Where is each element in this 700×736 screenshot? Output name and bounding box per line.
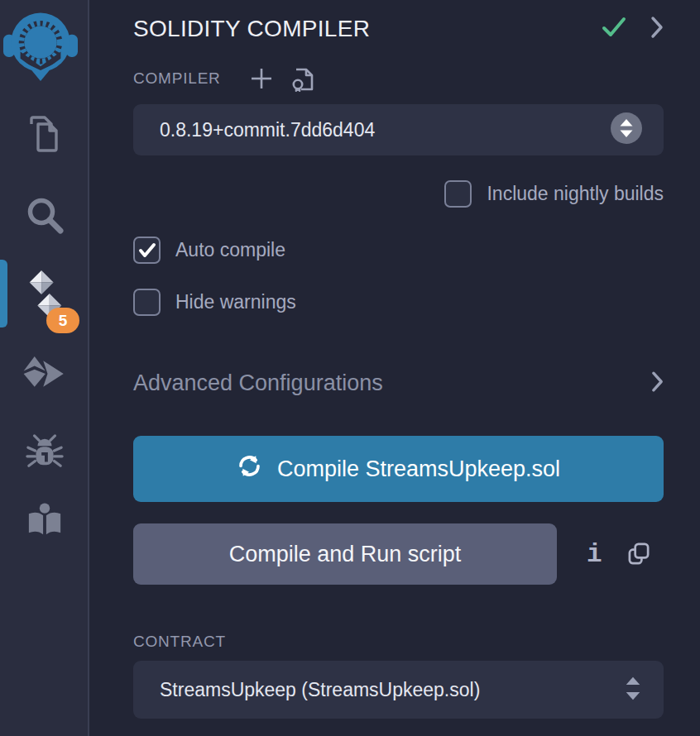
compile-button-label: Compile StreamsUpkeep.sol (277, 456, 560, 482)
sidebar-item-file-explorer[interactable] (0, 112, 89, 159)
icon-sidebar: 5 (0, 0, 89, 736)
advanced-configurations-toggle[interactable]: Advanced Configurations (133, 370, 664, 396)
panel-title: SOLIDITY COMPILER (133, 16, 370, 42)
deploy-run-icon (22, 354, 68, 397)
solidity-compiler-panel: SOLIDITY COMPILER COMPILER (89, 0, 700, 736)
include-nightly-checkbox-row[interactable]: Include nightly builds (133, 180, 664, 208)
compile-run-row: Compile and Run script i (133, 523, 664, 585)
compiler-section-label: COMPILER (133, 69, 221, 88)
remix-logo-icon[interactable] (3, 7, 78, 81)
compiler-version-value: 0.8.19+commit.7dd6d404 (160, 119, 611, 141)
hide-warnings-label: Hide warnings (175, 291, 296, 313)
include-nightly-checkbox[interactable] (444, 180, 472, 208)
sidebar-item-search[interactable] (0, 194, 89, 240)
advanced-configurations-label: Advanced Configurations (133, 370, 383, 396)
auto-compile-checkbox[interactable] (133, 237, 161, 264)
version-sort-toggle-icon[interactable] (611, 112, 642, 147)
sidebar-item-learneth[interactable] (0, 501, 89, 541)
compile-refresh-icon (237, 453, 262, 485)
auto-compile-label: Auto compile (175, 239, 285, 261)
include-nightly-label: Include nightly builds (487, 183, 664, 205)
book-icon (26, 501, 64, 541)
auto-compile-checkbox-row[interactable]: Auto compile (133, 237, 664, 264)
copy-icon[interactable] (627, 542, 651, 567)
compile-and-run-button[interactable]: Compile and Run script (133, 523, 557, 585)
hide-warnings-checkbox[interactable] (133, 289, 161, 316)
compile-success-check-icon (601, 17, 627, 41)
debugger-bug-icon (26, 433, 64, 475)
collapse-panel-chevron-icon[interactable] (650, 16, 664, 42)
compiler-version-select[interactable]: 0.8.19+commit.7dd6d404 (133, 104, 664, 155)
checkmark-icon (138, 242, 156, 259)
add-compiler-plus-icon[interactable] (249, 66, 274, 91)
advanced-chevron-icon (651, 370, 664, 396)
contract-select[interactable]: StreamsUpkeep (StreamsUpkeep.sol) (133, 661, 664, 719)
file-explorer-icon (23, 112, 66, 159)
contract-select-arrows-icon (624, 673, 642, 707)
compiler-license-file-icon[interactable] (290, 65, 315, 92)
contract-select-value: StreamsUpkeep (StreamsUpkeep.sol) (160, 679, 624, 701)
contract-section-label: CONTRACT (133, 633, 664, 651)
compile-button[interactable]: Compile StreamsUpkeep.sol (133, 436, 664, 502)
remix-app: 5 (0, 0, 700, 736)
info-icon[interactable]: i (587, 542, 602, 567)
compile-and-run-label: Compile and Run script (229, 542, 462, 567)
panel-header: SOLIDITY COMPILER (133, 13, 664, 45)
compiler-error-badge: 5 (46, 308, 79, 333)
hide-warnings-checkbox-row[interactable]: Hide warnings (133, 289, 664, 316)
sidebar-item-deploy-and-run[interactable] (0, 354, 89, 397)
compiler-label-row: COMPILER (133, 65, 664, 93)
search-icon (23, 194, 66, 240)
sidebar-item-debugger[interactable] (0, 433, 89, 475)
